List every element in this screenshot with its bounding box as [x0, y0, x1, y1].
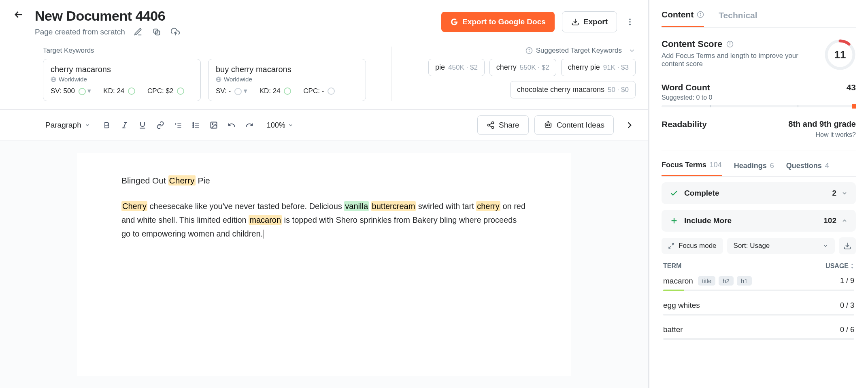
undo-button[interactable]	[226, 119, 238, 131]
term-row[interactable]: egg whites 0 / 3	[662, 294, 856, 319]
document-title: New Document 4406	[35, 8, 432, 24]
sort-selector[interactable]: Sort: Usage	[727, 238, 835, 254]
keyword-location: Worldwide	[51, 76, 193, 83]
keyword-location: Worldwide	[216, 76, 358, 83]
term-progress	[663, 314, 854, 316]
chevron-down-icon	[841, 190, 848, 196]
svg-point-26	[491, 126, 494, 128]
focus-mode-button[interactable]: Focus mode	[662, 238, 723, 254]
svg-line-11	[123, 122, 126, 128]
term-name: macaron	[663, 277, 693, 286]
editor-heading: Blinged Out Cherry Pie	[121, 173, 526, 188]
chevron-up-icon	[841, 217, 848, 224]
download-icon	[843, 242, 851, 250]
keyword-name: buy cherry macarons	[216, 65, 358, 74]
bold-button[interactable]	[101, 119, 113, 131]
editor-page[interactable]: Blinged Out Cherry Pie Cherry cheesecake…	[77, 153, 571, 376]
suggested-keyword-pill[interactable]: chocolate cherry macarons50 · $0	[510, 81, 636, 98]
term-name: batter	[663, 325, 683, 334]
upload-icon[interactable]	[170, 26, 181, 38]
keyword-sv: SV: - ▾	[216, 87, 247, 95]
svg-point-31	[549, 125, 550, 126]
sort-icon	[850, 264, 854, 269]
subtab-focus-terms[interactable]: Focus Terms104	[662, 161, 722, 176]
term-progress	[663, 290, 854, 291]
svg-rect-29	[545, 123, 551, 128]
image-button[interactable]	[208, 119, 220, 131]
info-icon	[525, 47, 533, 54]
svg-point-3	[629, 21, 631, 23]
content-ideas-button[interactable]: Content Ideas	[534, 115, 614, 135]
term-usage: 0 / 3	[840, 301, 854, 310]
document-subtitle: Page created from scratch	[35, 28, 125, 36]
keyword-name: cherry macarons	[51, 65, 193, 74]
tab-content[interactable]: Content	[662, 10, 704, 27]
keyword-kd: KD: 24	[260, 87, 291, 95]
share-button[interactable]: Share	[477, 115, 529, 135]
info-icon	[697, 11, 704, 18]
paragraph-selector[interactable]: Paragraph	[40, 117, 95, 133]
globe-icon	[216, 77, 221, 82]
content-score-desc: Add Focus Terms and length to improve yo…	[662, 52, 807, 68]
keyword-kd: KD: 24	[103, 87, 135, 95]
edit-icon[interactable]	[132, 26, 144, 38]
redo-button[interactable]	[243, 119, 255, 131]
readability-label: Readability	[662, 119, 707, 129]
plus-icon	[670, 216, 679, 225]
content-score-title: Content Score	[662, 39, 722, 49]
content-score-ring: 11	[824, 39, 856, 70]
term-usage: 1 / 9	[840, 277, 854, 285]
readability-how[interactable]: How it works?	[788, 131, 856, 139]
italic-button[interactable]	[119, 119, 131, 131]
group-complete[interactable]: Complete 2	[662, 182, 856, 204]
zoom-selector[interactable]: 100%	[267, 121, 294, 130]
underline-button[interactable]	[136, 119, 149, 131]
chevron-down-icon[interactable]	[628, 47, 636, 54]
keyword-card[interactable]: buy cherry macarons Worldwide SV: - ▾ KD…	[208, 59, 366, 101]
next-button[interactable]	[623, 119, 636, 131]
ordered-list-button[interactable]	[172, 119, 184, 131]
tab-technical[interactable]: Technical	[719, 10, 757, 27]
back-button[interactable]	[12, 8, 25, 21]
content-score-value: 11	[824, 39, 856, 70]
copy-icon[interactable]	[151, 26, 162, 38]
link-button[interactable]	[154, 119, 166, 131]
bullet-list-button[interactable]	[190, 119, 202, 131]
expand-icon	[668, 243, 674, 249]
svg-point-24	[491, 122, 494, 124]
export-gdocs-button[interactable]: Export to Google Docs	[441, 12, 555, 32]
chevron-down-icon	[85, 122, 90, 128]
download-terms-button[interactable]	[839, 237, 856, 254]
svg-point-8	[529, 49, 530, 50]
export-label: Export	[583, 17, 608, 26]
subtab-questions[interactable]: Questions4	[786, 161, 829, 176]
keyword-card[interactable]: cherry macarons Worldwide SV: 500 ▾ KD: …	[43, 59, 201, 101]
subtab-headings[interactable]: Headings6	[734, 161, 774, 176]
info-icon[interactable]	[726, 41, 734, 48]
check-icon	[670, 189, 679, 198]
keyword-sv: SV: 500 ▾	[51, 87, 91, 95]
suggested-keyword-pill[interactable]: cherry550K · $2	[489, 59, 556, 76]
svg-point-19	[193, 123, 194, 124]
more-menu-button[interactable]	[624, 16, 636, 28]
group-include-more[interactable]: Include More 102	[662, 210, 856, 232]
term-row[interactable]: macaron titleh2h1 1 / 9	[662, 270, 856, 294]
suggested-keyword-pill[interactable]: pie450K · $2	[428, 59, 485, 76]
term-row[interactable]: batter 0 / 6	[662, 319, 856, 343]
term-usage: 0 / 6	[840, 326, 854, 334]
keyword-cpc: CPC: -	[303, 87, 335, 95]
suggested-keyword-pill[interactable]: cherry pie91K · $3	[561, 59, 636, 76]
chevron-down-icon	[823, 243, 828, 249]
svg-point-23	[212, 124, 213, 125]
target-keywords-label: Target Keywords	[43, 47, 375, 55]
term-tag: h1	[737, 276, 752, 286]
term-column-usage[interactable]: USAGE	[825, 262, 854, 270]
wordcount-sub: Suggested: 0 to 0	[662, 94, 856, 101]
term-column-term: TERM	[663, 262, 681, 270]
svg-point-34	[700, 13, 701, 14]
export-button[interactable]: Export	[562, 11, 617, 32]
term-progress	[663, 338, 854, 340]
export-gdocs-label: Export to Google Docs	[462, 17, 546, 26]
term-name: egg whites	[663, 301, 700, 310]
svg-point-25	[487, 124, 489, 126]
